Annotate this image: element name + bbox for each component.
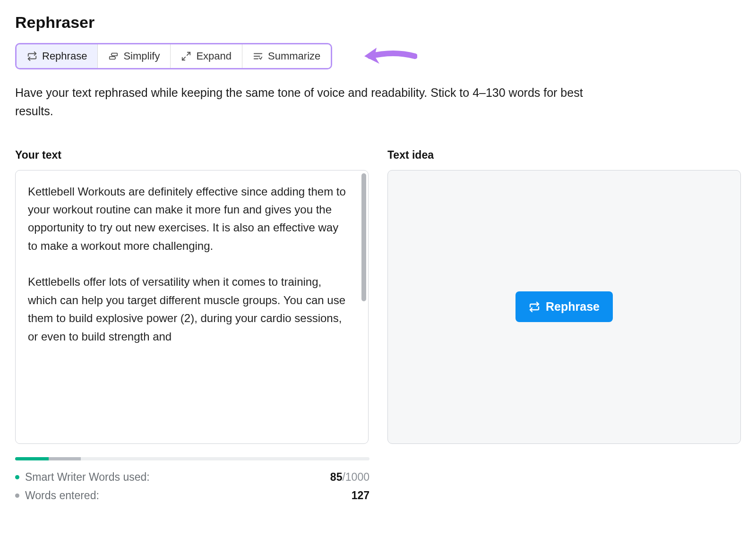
rephrase-icon	[27, 51, 37, 61]
stat-words-value: 127	[352, 489, 369, 502]
page-title: Rephraser	[15, 13, 741, 32]
tab-label: Summarize	[268, 50, 320, 62]
stat-words-entered: Words entered: 127	[15, 489, 369, 502]
panes: Your text Kettlebell Workouts are defini…	[15, 149, 741, 444]
svg-line-0	[187, 52, 190, 55]
stat-used-value: 85	[330, 471, 343, 483]
annotation-arrow-icon	[361, 42, 417, 70]
dot-green-icon	[15, 475, 19, 479]
tab-label: Simplify	[123, 50, 160, 62]
your-text-input[interactable]: Kettlebell Workouts are definitely effec…	[16, 170, 361, 443]
summarize-icon	[253, 51, 263, 61]
scrollbar[interactable]	[361, 173, 366, 441]
rephrase-button-label: Rephrase	[546, 300, 600, 314]
expand-icon	[181, 51, 191, 61]
tab-simplify[interactable]: Simplify	[98, 44, 171, 68]
tab-group: Rephrase Simplify Expand Summarize	[15, 43, 332, 69]
description-text: Have your text rephrased while keeping t…	[15, 84, 620, 120]
left-pane: Your text Kettlebell Workouts are defini…	[15, 149, 369, 444]
stat-label: Words entered:	[25, 489, 99, 502]
tab-label: Rephrase	[42, 50, 87, 62]
progress-bar	[15, 457, 369, 460]
tab-summarize[interactable]: Summarize	[242, 44, 331, 68]
right-pane: Text idea Rephrase	[387, 149, 741, 444]
text-idea-box: Rephrase	[387, 170, 741, 444]
rephrase-icon	[529, 301, 540, 313]
stats: Smart Writer Words used: 85/1000 Words e…	[15, 471, 369, 502]
progress-used-segment	[15, 457, 49, 460]
simplify-icon	[108, 51, 119, 61]
scrollbar-thumb[interactable]	[361, 173, 366, 302]
stat-label: Smart Writer Words used:	[25, 471, 150, 484]
tab-rephrase[interactable]: Rephrase	[17, 44, 98, 68]
dot-gray-icon	[15, 493, 19, 498]
stat-smart-writer: Smart Writer Words used: 85/1000	[15, 471, 369, 484]
progress-entered-segment	[49, 457, 81, 460]
svg-line-1	[182, 57, 185, 60]
tab-row: Rephrase Simplify Expand Summarize	[15, 42, 741, 70]
tab-expand[interactable]: Expand	[171, 44, 242, 68]
tab-label: Expand	[196, 50, 232, 62]
stat-total-value: 1000	[345, 471, 369, 483]
your-text-label: Your text	[15, 149, 369, 162]
rephrase-button[interactable]: Rephrase	[515, 291, 613, 322]
your-text-box: Kettlebell Workouts are definitely effec…	[15, 170, 369, 444]
text-idea-label: Text idea	[387, 149, 741, 162]
